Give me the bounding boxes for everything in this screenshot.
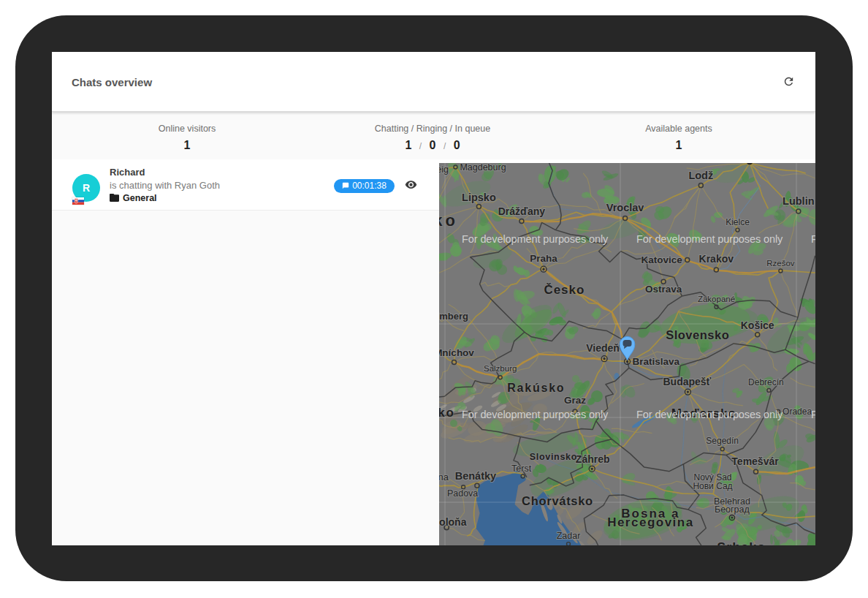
svg-text:For development purposes only: For development purposes only [811, 409, 815, 420]
svg-text:Kielce: Kielce [726, 217, 750, 227]
svg-text:Zakopané: Zakopané [698, 295, 735, 303]
svg-text:Srbsko: Srbsko [717, 540, 766, 545]
svg-text:Košice: Košice [741, 319, 774, 331]
svg-text:Bratislava: Bratislava [633, 356, 680, 367]
svg-text:For development purposes only: For development purposes only [462, 233, 609, 245]
svg-text:Segedín: Segedín [706, 436, 739, 446]
svg-text:Krakov: Krakov [699, 253, 734, 265]
svg-text:Нови Сад: Нови Сад [693, 481, 732, 491]
svg-text:Lipsko: Lipsko [462, 192, 496, 203]
svg-text:Švajčiarsko: Švajčiarsko [439, 406, 455, 420]
svg-text:For development purposes only: For development purposes only [636, 233, 783, 245]
svg-text:Terst: Terst [511, 463, 532, 474]
svg-text:Chorvátsko: Chorvátsko [522, 494, 593, 507]
svg-text:Praha: Praha [530, 253, 557, 264]
svg-text:Magdeburg: Magdeburg [460, 163, 506, 173]
svg-text:Oradea: Oradea [783, 406, 812, 417]
svg-text:Boloňa: Boloňa [439, 516, 467, 528]
svg-text:Salzburg: Salzburg [484, 364, 517, 373]
svg-text:Nemecko: Nemecko [439, 211, 458, 230]
svg-text:Slovinsko: Slovinsko [530, 452, 577, 462]
svg-text:Graz: Graz [564, 395, 586, 406]
svg-text:Česko: Česko [544, 283, 585, 297]
svg-text:eig: eig [439, 164, 449, 175]
svg-text:Temešvár: Temešvár [731, 455, 779, 467]
svg-text:Norimberg: Norimberg [439, 311, 468, 322]
svg-text:For development purposes only: For development purposes only [636, 409, 783, 420]
svg-text:Benátky: Benátky [455, 470, 496, 482]
svg-text:Lublin: Lublin [783, 195, 815, 207]
svg-text:Zadar: Zadar [557, 531, 581, 541]
svg-text:Vroclav: Vroclav [606, 202, 644, 213]
svg-text:Hercegovina: Hercegovina [607, 515, 694, 529]
svg-text:Drážďany: Drážďany [498, 205, 546, 217]
svg-text:Mníchov: Mníchov [439, 347, 474, 358]
svg-text:Rzešov: Rzešov [766, 259, 795, 268]
svg-text:Budapešť: Budapešť [663, 376, 711, 387]
svg-text:For development purposes only: For development purposes only [811, 233, 815, 245]
svg-text:Záhreb: Záhreb [576, 453, 610, 465]
svg-text:Viedeň: Viedeň [586, 342, 620, 354]
svg-text:Debrecín: Debrecín [748, 377, 784, 387]
svg-text:Slovensko: Slovensko [666, 328, 729, 341]
svg-text:Padova: Padova [447, 488, 478, 499]
svg-text:Rakúsko: Rakúsko [507, 382, 565, 394]
svg-text:Ostrava: Ostrava [645, 284, 682, 295]
svg-text:For development purposes only: For development purposes only [462, 409, 609, 420]
svg-text:Katovice: Katovice [641, 254, 682, 265]
svg-text:Verona: Verona [439, 472, 449, 482]
svg-text:Lodž: Lodž [688, 170, 713, 181]
svg-text:Београд: Београд [715, 504, 750, 515]
